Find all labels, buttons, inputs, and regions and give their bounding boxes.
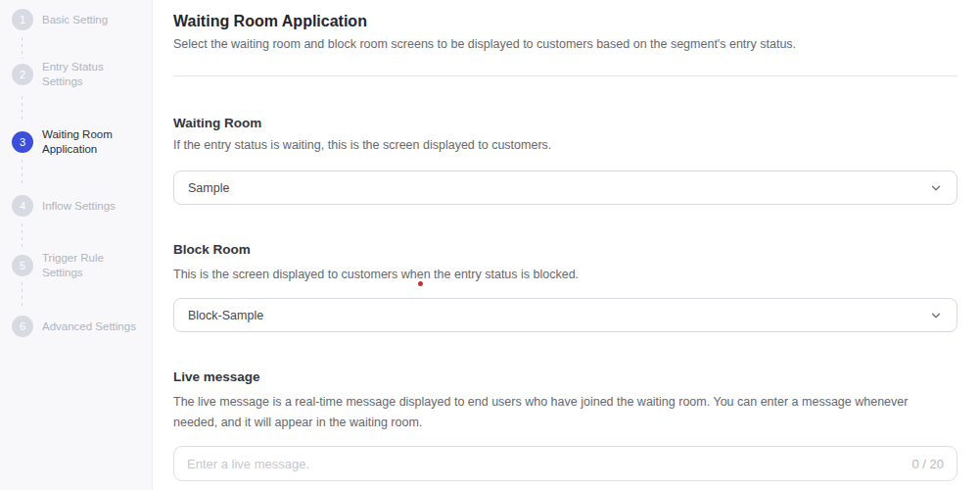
- step-number-badge: 3: [12, 131, 33, 153]
- step-connector-line: [22, 37, 23, 59]
- block-room-select[interactable]: Block-Sample: [173, 298, 957, 332]
- waiting-room-selected-value: Sample: [188, 181, 229, 195]
- waiting-room-settings-page: 1 Basic Setting 2 Entry Status Settings …: [0, 0, 980, 490]
- sidebar-step-trigger-rule-settings[interactable]: 5 Trigger Rule Settings: [12, 251, 146, 280]
- chevron-down-icon: [929, 309, 943, 322]
- step-label: Trigger Rule Settings: [42, 251, 146, 280]
- step-number-badge: 4: [12, 195, 33, 217]
- waiting-room-heading: Waiting Room: [173, 116, 957, 131]
- block-room-section: Block Room This is the screen displayed …: [173, 242, 957, 332]
- block-room-heading: Block Room: [173, 242, 957, 258]
- waiting-room-section: Waiting Room If the entry status is wait…: [173, 116, 957, 205]
- step-label: Inflow Settings: [42, 199, 116, 214]
- step-label: Advanced Settings: [42, 319, 136, 334]
- live-message-section: Live message The live message is a real-…: [173, 369, 957, 481]
- step-number-badge: 1: [12, 9, 33, 30]
- main-content: Waiting Room Application Select the wait…: [153, 0, 980, 490]
- step-number-badge: 5: [12, 255, 33, 276]
- live-message-description: The live message is a real-time message …: [173, 392, 952, 433]
- sidebar-step-inflow-settings[interactable]: 4 Inflow Settings: [12, 195, 116, 217]
- step-label: Basic Setting: [42, 13, 108, 27]
- sidebar-step-advanced-settings[interactable]: 6 Advanced Settings: [12, 316, 136, 337]
- step-sidebar: 1 Basic Setting 2 Entry Status Settings …: [0, 0, 153, 490]
- block-room-description: This is the screen displayed to customer…: [173, 267, 952, 282]
- step-number-badge: 2: [12, 64, 33, 85]
- waiting-room-select[interactable]: Sample: [173, 171, 957, 205]
- header-divider: [173, 75, 957, 76]
- page-title: Waiting Room Application: [173, 12, 957, 30]
- waiting-room-description: If the entry status is waiting, this is …: [173, 137, 952, 153]
- live-message-input[interactable]: [173, 446, 957, 481]
- step-connector-line: [22, 282, 23, 308]
- sidebar-step-basic-setting[interactable]: 1 Basic Setting: [12, 9, 108, 30]
- step-number-badge: 6: [12, 316, 33, 337]
- step-label: Entry Status Settings: [42, 60, 146, 89]
- step-connector-line: [22, 223, 23, 247]
- pointer-dot: [418, 281, 423, 286]
- block-room-selected-value: Block-Sample: [188, 309, 263, 322]
- live-message-input-wrap: 0 / 20: [173, 446, 957, 481]
- step-connector-line: [22, 160, 23, 187]
- live-message-heading: Live message: [173, 369, 957, 385]
- page-subtitle: Select the waiting room and block room s…: [173, 36, 957, 52]
- step-label: Waiting Room Application: [42, 127, 146, 157]
- sidebar-step-entry-status-settings[interactable]: 2 Entry Status Settings: [12, 60, 146, 89]
- sidebar-step-waiting-room-application[interactable]: 3 Waiting Room Application: [12, 127, 146, 157]
- step-connector-line: [22, 96, 23, 122]
- chevron-down-icon: [929, 181, 943, 195]
